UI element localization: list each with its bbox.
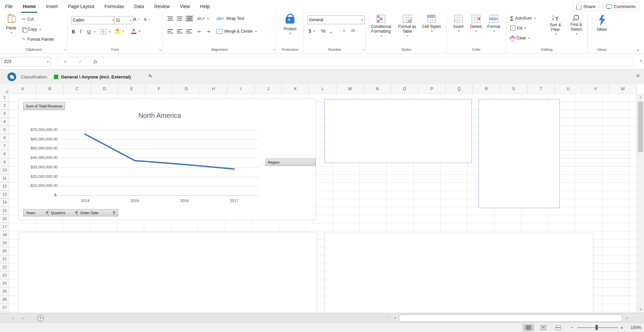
- expand-formula-bar-icon[interactable]: ▾: [640, 59, 641, 62]
- row-header-16[interactable]: 16: [0, 215, 9, 223]
- paste-button[interactable]: Paste ▾: [3, 15, 19, 35]
- axis-field-button-quarters[interactable]: Quarters: [48, 209, 80, 217]
- column-header-B[interactable]: B: [36, 84, 64, 94]
- conditional-formatting-button[interactable]: Conditional Formatting ▾: [369, 15, 393, 38]
- legend-field-button-region[interactable]: Region: [265, 159, 316, 166]
- find-select-button[interactable]: Find & Select ▾: [567, 15, 586, 36]
- align-middle-button[interactable]: [177, 16, 183, 21]
- sort-filter-button[interactable]: AZ Sort & Filter ▾: [546, 15, 565, 37]
- normal-view-button[interactable]: [523, 324, 534, 331]
- column-header-K[interactable]: K: [282, 84, 309, 94]
- row-header-7[interactable]: 7: [0, 142, 9, 150]
- row-header-27[interactable]: 27: [0, 304, 9, 312]
- fill-color-button[interactable]: ▾: [115, 28, 124, 34]
- select-all-corner[interactable]: [0, 84, 9, 94]
- cell-styles-button[interactable]: Cell Styles ▾: [421, 15, 442, 34]
- scroll-down-icon[interactable]: ▾: [637, 306, 644, 313]
- orientation-button[interactable]: ab↗▾: [197, 16, 208, 21]
- prev-sheet-icon[interactable]: ◂: [11, 316, 13, 320]
- font-size-select[interactable]: 11▾: [114, 16, 133, 24]
- grow-font-button[interactable]: A˄: [133, 16, 140, 22]
- zoom-out-button[interactable]: −: [571, 325, 574, 330]
- line-chart-north-america[interactable]: Sum of Total RevenueNorth America$70,000…: [19, 99, 316, 220]
- zoom-slider-thumb[interactable]: [595, 325, 598, 330]
- row-header-13[interactable]: 13: [0, 191, 9, 199]
- row-header-22[interactable]: 22: [0, 263, 9, 271]
- scroll-up-icon[interactable]: ▴: [637, 94, 644, 100]
- row-header-23[interactable]: 23: [0, 271, 9, 279]
- underline-button[interactable]: U: [87, 29, 91, 34]
- vertical-scroll-thumb[interactable]: [638, 102, 643, 152]
- ribbon-tab-home[interactable]: Home: [18, 0, 41, 13]
- merge-center-button[interactable]: ⇔ Merge & Center▾: [217, 29, 257, 34]
- column-header-C[interactable]: C: [64, 84, 91, 94]
- row-header-20[interactable]: 20: [0, 247, 9, 255]
- horizontal-scroll-thumb[interactable]: [399, 314, 622, 322]
- row-header-26[interactable]: 26: [0, 296, 9, 304]
- align-left-button[interactable]: [167, 29, 173, 34]
- row-header-10[interactable]: 10: [0, 166, 9, 174]
- row-header-3[interactable]: 3: [0, 110, 9, 118]
- column-header-H[interactable]: H: [200, 84, 227, 94]
- column-header-S[interactable]: S: [500, 84, 527, 94]
- column-header-G[interactable]: G: [173, 84, 200, 94]
- page-break-view-button[interactable]: [552, 324, 564, 331]
- number-dialog-launcher[interactable]: ↘: [362, 47, 365, 52]
- accounting-format-button[interactable]: $▾: [309, 28, 315, 34]
- row-header-5[interactable]: 5: [0, 126, 9, 134]
- value-field-button[interactable]: Sum of Total Revenue: [23, 102, 65, 110]
- insert-cells-button[interactable]: ← Insert ▾: [451, 15, 466, 34]
- column-header-J[interactable]: J: [255, 84, 282, 94]
- fill-button[interactable]: Fill▾: [510, 26, 526, 31]
- row-header-11[interactable]: 11: [0, 174, 9, 182]
- ribbon-tab-page-layout[interactable]: Page Layout: [63, 0, 99, 13]
- clipboard-dialog-launcher[interactable]: ↘: [64, 47, 66, 52]
- ideas-button[interactable]: Ideas: [595, 15, 609, 32]
- column-header-P[interactable]: P: [418, 84, 446, 94]
- number-format-select[interactable]: General▾: [307, 15, 364, 24]
- alignment-dialog-launcher[interactable]: ↘: [272, 47, 275, 52]
- row-header-12[interactable]: 12: [0, 182, 9, 191]
- row-header-1[interactable]: 1: [0, 94, 9, 102]
- delete-cells-button[interactable]: ✕ Delete ▾: [468, 15, 484, 34]
- align-right-button[interactable]: [186, 29, 192, 34]
- percent-style-button[interactable]: %: [321, 28, 325, 34]
- column-header-R[interactable]: R: [473, 84, 500, 94]
- ribbon-tab-insert[interactable]: Insert: [41, 0, 63, 13]
- column-header-W[interactable]: W: [609, 84, 637, 94]
- protect-button[interactable]: Protect ▾: [283, 13, 297, 36]
- align-bottom-button[interactable]: [186, 15, 193, 22]
- clear-button[interactable]: Clear▾: [510, 36, 530, 40]
- row-header-19[interactable]: 19: [0, 239, 9, 247]
- format-painter-button[interactable]: ✎ Format Painter: [22, 37, 54, 42]
- row-header-18[interactable]: 18: [0, 231, 9, 239]
- hscroll-right-icon[interactable]: ▸: [624, 314, 631, 321]
- decrease-indent-button[interactable]: ⇤: [198, 29, 201, 34]
- hscroll-left-icon[interactable]: ◂: [391, 314, 398, 321]
- decrease-decimal-button[interactable]: .00→: [350, 29, 358, 33]
- cut-button[interactable]: ✂ Cut: [22, 17, 34, 22]
- format-cells-button[interactable]: Format ▾: [486, 15, 502, 34]
- column-header-E[interactable]: E: [118, 84, 146, 94]
- column-header-I[interactable]: I: [227, 84, 255, 94]
- axis-field-button-years[interactable]: Years: [23, 209, 51, 217]
- edit-classification-icon[interactable]: ✎: [148, 73, 153, 79]
- ribbon-tab-review[interactable]: Review: [149, 0, 175, 13]
- enter-icon[interactable]: ✓: [78, 59, 82, 64]
- row-header-15[interactable]: 15: [0, 207, 9, 215]
- column-header-U[interactable]: U: [555, 84, 582, 94]
- close-classification-bar-icon[interactable]: ✕: [636, 73, 640, 78]
- column-header-V[interactable]: V: [582, 84, 609, 94]
- cancel-icon[interactable]: ✕: [63, 59, 67, 64]
- row-header-6[interactable]: 6: [0, 134, 9, 142]
- new-sheet-button[interactable]: +: [37, 315, 44, 322]
- format-as-table-button[interactable]: Format as Table ▾: [396, 15, 419, 38]
- row-header-24[interactable]: 24: [0, 279, 9, 288]
- bar-chart-age-group[interactable]: [324, 233, 593, 313]
- row-header-14[interactable]: 14: [0, 199, 9, 207]
- region-slicer[interactable]: [479, 99, 560, 208]
- font-color-button[interactable]: A ▾: [131, 28, 140, 34]
- zoom-in-button[interactable]: +: [620, 325, 623, 330]
- page-layout-view-button[interactable]: [538, 324, 549, 331]
- borders-button[interactable]: ▾: [101, 29, 110, 35]
